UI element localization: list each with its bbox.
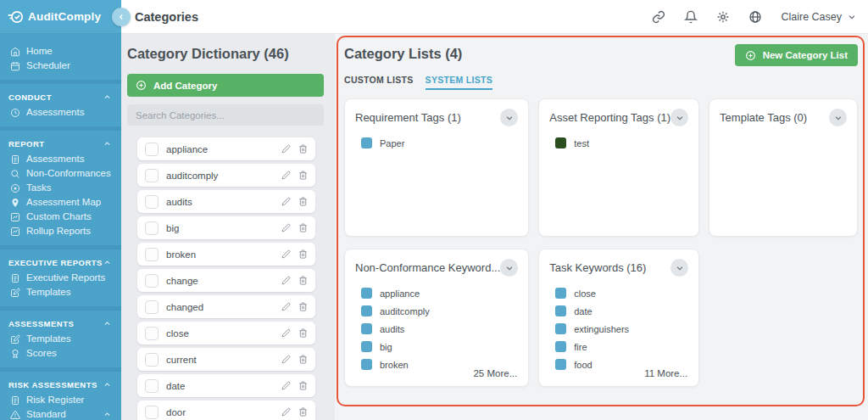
user-menu[interactable]: Claire Casey <box>781 11 856 23</box>
card-item-extinguishers: extinguishers <box>555 323 688 334</box>
card-more-link[interactable]: 25 More... <box>473 368 517 378</box>
delete-button[interactable] <box>298 223 308 232</box>
chevron-up-icon <box>103 320 111 328</box>
card-more-link[interactable]: 11 More... <box>644 368 687 378</box>
card-expand-button[interactable] <box>500 109 518 126</box>
pencil-icon <box>281 276 291 285</box>
edit-button[interactable] <box>281 223 291 232</box>
sidebar-section-report[interactable]: REPORT <box>0 134 121 152</box>
sidebar-item-executive-reports[interactable]: Executive Reports <box>0 271 121 285</box>
edit-button[interactable] <box>281 328 291 338</box>
sidebar-item-risk-register[interactable]: Risk Register <box>0 393 121 407</box>
delete-button[interactable] <box>298 144 308 154</box>
sidebar-section-conduct[interactable]: CONDUCT <box>0 87 121 105</box>
sidebar-item-assessment-map[interactable]: Assessment Map <box>0 195 121 210</box>
sidebar-item-tasks[interactable]: Tasks <box>0 181 121 195</box>
checkbox[interactable] <box>145 143 159 156</box>
sidebar-item-assessments[interactable]: Assessments <box>0 152 121 166</box>
checkbox[interactable] <box>145 195 159 209</box>
checkbox[interactable] <box>145 406 159 419</box>
checkbox[interactable] <box>145 221 159 235</box>
card-item-label: appliance <box>380 288 420 299</box>
edit-button[interactable] <box>281 171 291 180</box>
edit-button[interactable] <box>281 302 291 311</box>
edit-button[interactable] <box>281 407 291 417</box>
trash-icon <box>298 249 308 259</box>
card-item-label: broken <box>380 360 409 370</box>
checkbox[interactable] <box>145 300 159 314</box>
lists-header: Category Lists (4) New Category List <box>344 44 858 66</box>
delete-button[interactable] <box>298 355 308 364</box>
card-items: applianceauditcomplyauditsbigbroken <box>361 288 518 370</box>
checkbox[interactable] <box>145 248 159 261</box>
add-category-button[interactable]: Add Category <box>127 74 324 97</box>
header-bell-button[interactable] <box>684 10 698 24</box>
sidebar-item-templates[interactable]: Templates <box>0 285 121 300</box>
card-item-auditcomply: auditcomply <box>361 305 518 316</box>
card-expand-button[interactable] <box>500 259 518 277</box>
card-expand-button[interactable] <box>670 109 688 126</box>
sidebar-item-scores[interactable]: Scores <box>0 346 121 361</box>
delete-button[interactable] <box>298 328 308 338</box>
chart-icon <box>10 212 20 222</box>
card-item-label: test <box>574 138 589 148</box>
sidebar-item-standard[interactable]: Standard <box>0 407 121 420</box>
delete-button[interactable] <box>298 171 308 180</box>
card-expand-button[interactable] <box>829 109 847 126</box>
color-swatch <box>555 288 566 299</box>
delete-button[interactable] <box>298 381 308 390</box>
edit-button[interactable] <box>281 355 291 364</box>
trash-icon <box>298 407 308 417</box>
sidebar-item-home[interactable]: Home <box>0 44 121 59</box>
new-category-list-button[interactable]: New Category List <box>735 44 858 66</box>
delete-button[interactable] <box>298 197 308 206</box>
row-actions <box>281 276 308 285</box>
sidebar-section-executive-reports[interactable]: EXECUTIVE REPORTS <box>0 253 121 271</box>
row-actions <box>281 171 308 180</box>
search-icon <box>10 169 20 179</box>
header-actions: Claire Casey <box>652 10 856 24</box>
checkbox[interactable] <box>145 169 159 182</box>
sidebar-section-assessments[interactable]: ASSESSMENTS <box>0 314 121 332</box>
card-expand-button[interactable] <box>670 259 688 277</box>
header-gear-button[interactable] <box>716 10 730 24</box>
card-header: Non-Conformance Keyword... <box>355 259 518 277</box>
header-link-button[interactable] <box>652 10 665 24</box>
sidebar-item-custom-charts[interactable]: Custom Charts <box>0 210 121 224</box>
page-title: Categories <box>135 10 198 24</box>
edit-button[interactable] <box>281 197 291 206</box>
dictionary-item-label: appliance <box>166 144 208 154</box>
header-globe-button[interactable] <box>748 10 762 24</box>
checkbox[interactable] <box>145 327 159 340</box>
sidebar-item-templates[interactable]: Templates <box>0 332 121 346</box>
sidebar-item-scheduler[interactable]: Scheduler <box>0 59 121 73</box>
dictionary-row-broken: broken <box>137 243 315 266</box>
tab-system-lists[interactable]: SYSTEM LISTS <box>426 75 492 90</box>
delete-button[interactable] <box>298 249 308 259</box>
sidebar-item-non-conformances[interactable]: Non-Conformances <box>0 166 121 181</box>
sidebar-item-assessments[interactable]: Assessments <box>0 105 121 120</box>
sidebar-section-risk-assessments[interactable]: RISK ASSESSMENTS <box>0 375 121 393</box>
edit-button[interactable] <box>281 381 291 390</box>
edit-button[interactable] <box>281 249 291 259</box>
edit-button[interactable] <box>281 276 291 285</box>
checkbox[interactable] <box>145 379 159 393</box>
sidebar-collapse-button[interactable] <box>112 8 131 26</box>
delete-button[interactable] <box>298 302 308 311</box>
pencil-icon <box>281 249 291 259</box>
delete-button[interactable] <box>298 407 308 417</box>
delete-button[interactable] <box>298 276 308 285</box>
row-actions <box>281 355 308 364</box>
checkbox[interactable] <box>145 274 159 288</box>
checkbox[interactable] <box>145 353 159 367</box>
section-label: RISK ASSESSMENTS <box>8 380 97 389</box>
sidebar-item-rollup-reports[interactable]: Rollup Reports <box>0 224 121 238</box>
search-categories-input[interactable] <box>127 104 324 126</box>
tab-custom-lists[interactable]: CUSTOM LISTS <box>344 75 414 90</box>
chevron-down-icon <box>505 264 514 272</box>
sidebar-group: EXECUTIVE REPORTSExecutive ReportsTempla… <box>0 245 121 306</box>
card-item-test: test <box>555 137 688 148</box>
row-actions <box>281 223 308 232</box>
clock-icon <box>10 108 20 118</box>
edit-button[interactable] <box>281 144 291 154</box>
